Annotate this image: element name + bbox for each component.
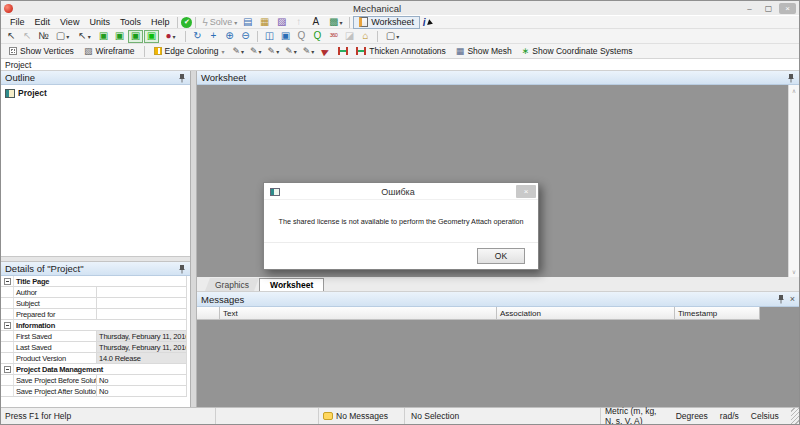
menu-units[interactable]: Units xyxy=(84,17,115,27)
new-figure-icon[interactable]: ▦ xyxy=(257,16,272,29)
report-preview-icon[interactable]: ▤ xyxy=(240,16,255,29)
solve-button[interactable]: ϟ Solve ▾ xyxy=(199,17,240,28)
viewports-icon[interactable]: ▢ xyxy=(382,30,403,43)
select-mode-icon[interactable]: ↖ xyxy=(74,30,95,43)
details-value[interactable] xyxy=(96,287,186,297)
pan-icon[interactable]: + xyxy=(206,30,221,43)
edge-pen-4-icon[interactable]: ✎ xyxy=(283,46,299,56)
details-value[interactable]: Thursday, February 11, 2016 xyxy=(96,342,186,352)
edge-pen-3-icon[interactable]: ✎ xyxy=(266,46,282,56)
menu-edit[interactable]: Edit xyxy=(30,17,56,27)
menu-tools[interactable]: Tools xyxy=(115,17,146,27)
details-value[interactable] xyxy=(96,298,186,308)
zoom-fit-icon[interactable]: ▣ xyxy=(278,30,293,43)
ok-button[interactable]: OK xyxy=(477,248,525,264)
edge-pen-1-icon[interactable]: ✎ xyxy=(230,46,246,56)
details-row[interactable]: Author xyxy=(1,287,187,298)
pin-icon[interactable] xyxy=(178,264,186,274)
label-select-icon[interactable]: ↖ xyxy=(4,30,19,43)
details-row[interactable]: Product Version14.0 Release xyxy=(1,353,187,364)
info-icon[interactable]: i xyxy=(420,16,435,29)
dialog-close-icon[interactable]: × xyxy=(516,185,536,198)
collapse-icon[interactable] xyxy=(4,278,11,285)
menu-view[interactable]: View xyxy=(55,17,84,27)
rotate-icon[interactable]: ↻ xyxy=(190,30,205,43)
annotation-label-icon[interactable]: № xyxy=(36,30,51,43)
image-icon[interactable]: ▨ xyxy=(274,16,289,29)
menu-help[interactable]: Help xyxy=(146,17,175,27)
pin-icon[interactable] xyxy=(178,73,186,83)
select-vertex-icon[interactable]: ▣ xyxy=(96,30,111,43)
close-icon[interactable]: × xyxy=(790,295,795,304)
status-check-icon[interactable]: ✔ xyxy=(181,17,192,28)
details-group-row[interactable]: Title Page xyxy=(1,276,187,287)
export-icon[interactable]: ↑ xyxy=(291,16,306,29)
details-row-indicator[interactable] xyxy=(1,364,14,374)
annotation-a-icon[interactable]: A xyxy=(308,16,323,29)
scroll-down-icon[interactable]: ∨ xyxy=(792,268,796,275)
collapse-icon[interactable] xyxy=(4,366,11,373)
details-row-indicator[interactable] xyxy=(1,276,14,286)
show-mesh-button[interactable]: ▦ Show Mesh xyxy=(452,45,516,58)
rotate-360-icon[interactable]: 360 xyxy=(326,30,341,43)
edge-coloring-button[interactable]: Edge Coloring ▾ xyxy=(150,45,229,58)
details-value[interactable] xyxy=(96,309,186,319)
worksheet-toggle-button[interactable]: Worksheet xyxy=(353,16,420,29)
label-select-alt-icon[interactable]: ↖ xyxy=(20,30,35,43)
select-edge-icon[interactable]: ▣ xyxy=(112,30,127,43)
details-row[interactable]: Save Project Before SolutionNo xyxy=(1,375,187,386)
minimize-button[interactable]: – xyxy=(741,3,758,14)
tab-worksheet[interactable]: Worksheet xyxy=(259,278,324,291)
details-group-row[interactable]: Information xyxy=(1,320,187,331)
zoom-in-icon[interactable]: ⊕ xyxy=(222,30,237,43)
edge-pen-5-icon[interactable]: ✎ xyxy=(301,46,317,56)
thicken-annotations-button[interactable]: Thicken Annotations xyxy=(352,45,450,58)
maximize-button[interactable]: ▢ xyxy=(760,3,777,14)
image-capture-icon[interactable]: ▩ xyxy=(325,16,346,29)
zoom-box-icon[interactable]: ◫ xyxy=(262,30,277,43)
magnifier-next-icon[interactable]: Q xyxy=(310,30,325,43)
tab-graphics[interactable]: Graphics xyxy=(205,278,259,291)
collapse-icon[interactable] xyxy=(4,322,11,329)
show-coordinate-systems-button[interactable]: ∗ Show Coordinate Systems xyxy=(518,45,637,58)
section-plane-icon[interactable]: ◪ xyxy=(342,30,357,43)
extend-selection-icon[interactable]: ● xyxy=(160,30,181,43)
messages-col-text[interactable]: Text xyxy=(220,307,497,320)
details-row[interactable]: Prepared for xyxy=(1,309,187,320)
details-value[interactable]: No xyxy=(96,386,186,396)
scroll-up-icon[interactable]: ∧ xyxy=(792,87,796,94)
pin-icon[interactable] xyxy=(787,73,795,83)
wireframe-button[interactable]: ▧ Wireframe xyxy=(80,45,139,58)
select-face-icon[interactable]: ▣ xyxy=(128,30,143,43)
details-value[interactable]: Thursday, February 11, 2016 xyxy=(96,331,186,341)
resize-grip[interactable] xyxy=(791,408,799,424)
annotation-plane-icon[interactable] xyxy=(335,45,350,58)
tree-item-project[interactable]: Project xyxy=(5,88,190,98)
details-row[interactable]: Last SavedThursday, February 11, 2016 xyxy=(1,342,187,353)
details-row[interactable]: First SavedThursday, February 11, 2016 xyxy=(1,331,187,342)
project-tab[interactable]: Project xyxy=(5,60,31,70)
details-group-row[interactable]: Project Data Management xyxy=(1,364,187,375)
messages-col-timestamp[interactable]: Timestamp xyxy=(675,307,760,320)
details-row[interactable]: Save Project After SolutionNo xyxy=(1,386,187,397)
messages-col-association[interactable]: Association xyxy=(497,307,675,320)
messages-col-icon[interactable] xyxy=(197,307,220,320)
status-messages[interactable]: No Messages xyxy=(319,408,405,424)
details-row[interactable]: Subject xyxy=(1,298,187,309)
menu-file[interactable]: File xyxy=(5,17,30,27)
show-vertices-button[interactable]: Show Vertices xyxy=(5,45,78,58)
details-row-indicator[interactable] xyxy=(1,320,14,330)
magnifier-prev-icon[interactable]: Q xyxy=(294,30,309,43)
edge-pen-2-icon[interactable]: ✎ xyxy=(248,46,264,56)
details-value[interactable]: No xyxy=(96,375,186,385)
pin-icon[interactable] xyxy=(777,294,785,304)
viewport-lock-icon[interactable]: ⌂ xyxy=(358,30,373,43)
details-value[interactable]: 14.0 Release xyxy=(96,353,186,363)
zoom-out-icon[interactable]: ⊖ xyxy=(238,30,253,43)
close-button[interactable]: × xyxy=(779,3,796,14)
select-type-icon[interactable]: ▢ xyxy=(52,30,73,43)
vertical-scrollbar[interactable]: ∧ ∨ xyxy=(788,85,799,277)
select-body-icon[interactable]: ▣ xyxy=(144,30,159,43)
status-units[interactable]: Metric (m, kg, N, s, V, A) Degrees rad/s… xyxy=(601,408,799,424)
dart-annotation-icon[interactable]: ▶ xyxy=(318,45,333,58)
